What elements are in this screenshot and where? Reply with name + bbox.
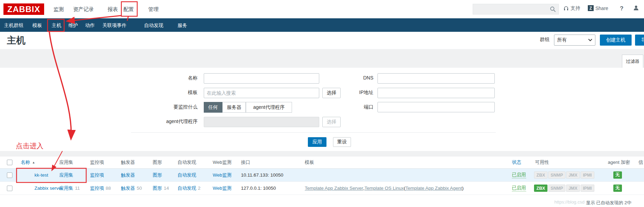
template-link[interactable]: Template App Zabbix Agent [405,186,462,191]
host-link[interactable]: kk-test [34,169,48,181]
page-band [0,49,644,68]
template-link[interactable]: Template App Zabbix Server [305,186,363,191]
jmx-badge: JMX [566,185,580,192]
row-checkbox[interactable] [7,186,12,191]
graphs-link[interactable]: 图形 [153,185,162,191]
col-agent-encryption: agent 加密 [608,157,630,168]
triggers-link[interactable]: 触发器 [121,172,135,178]
top-bar: ZABBIX 监测 资产记录 报表 配置 管理 支持 Z Share ? [0,0,644,18]
filter-template-label: 模板 [188,90,198,96]
search-icon[interactable] [550,6,559,12]
web-link[interactable]: Web监测 [213,185,232,191]
templates-list: Template App Zabbix Server, Template OS … [305,182,464,195]
applications-link[interactable]: 应用集 [59,185,73,191]
nav-maintenance[interactable]: 维护 [68,22,78,29]
nav-actions[interactable]: 动作 [85,22,95,29]
monitored-by-label: 要监控什么 [173,104,198,110]
chevron-down-icon [588,39,592,41]
col-availability: 可用性 [535,157,549,168]
filter-panel: 名称 模板 选择 要监控什么 任何 服务器 agent代理程序 agent代理程… [0,68,644,151]
filter-tab[interactable]: 过滤器 [622,55,643,68]
support-link[interactable]: 支持 [563,5,580,11]
blog-watermark: https://blog.csd [554,199,584,205]
nav-services[interactable]: 服务 [178,22,187,29]
filter-template-input[interactable] [204,88,319,98]
reset-button[interactable]: 重设 [333,137,351,147]
config-sub-nav: 主机群组 模板 主机 维护 动作 关联项事件 自动发现 服务 [0,18,644,32]
zabbix-hosts-page: ZABBIX 监测 资产记录 报表 配置 管理 支持 Z Share ? 主机 [0,0,644,207]
apply-button[interactable]: 应用 [308,137,326,147]
discovery-link[interactable]: 自动发现 [178,185,196,191]
col-name[interactable]: 名称 ▲ [21,157,35,168]
port-input[interactable] [378,102,495,112]
monitored-by-any[interactable]: 任何 [204,102,222,113]
col-status[interactable]: 状态 [512,157,521,168]
nav-event-correlation[interactable]: 关联项事件 [102,22,127,29]
web-link[interactable]: Web监测 [213,172,232,178]
search-input[interactable] [473,4,550,14]
template-select-button[interactable]: 选择 [322,88,341,98]
dns-input[interactable] [378,73,495,84]
table-row: Zabbix server 应用集11 监控项88 触发器50 图形14 自动发… [0,182,644,195]
zabbix-logo[interactable]: ZABBIX [3,3,44,15]
row-checkbox[interactable] [7,172,12,178]
host-link[interactable]: Zabbix server [34,182,63,195]
proxy-input [204,117,319,127]
triggers-link[interactable]: 触发器 [121,185,135,191]
nav-host-groups[interactable]: 主机群组 [4,22,23,29]
status-badge[interactable]: 已启用 [512,172,526,178]
dns-label: DNS [363,75,373,81]
group-filter-select[interactable]: 所有 [554,35,595,46]
status-badge[interactable]: 已启用 [512,185,526,191]
snmp-badge: SNMP [548,185,565,192]
select-all-checkbox[interactable] [7,160,12,165]
zbx-badge: ZBX [534,185,547,192]
col-applications: 应用集 [59,157,73,168]
filter-name-input[interactable] [204,73,319,84]
discovery-count: 2 [198,186,201,191]
discovery-link[interactable]: 自动发现 [178,172,196,178]
items-link[interactable]: 监控项 [90,172,104,178]
nav-templates[interactable]: 模板 [32,22,42,29]
port-label: 端口 [364,104,373,110]
interface-value: 127.0.0.1: 10050 [241,182,276,195]
filter-divider [131,132,496,133]
help-icon[interactable]: ? [620,5,623,12]
ip-input[interactable] [378,88,495,98]
monitored-by-server[interactable]: 服务器 [222,102,246,113]
ipmi-badge: IPMI [581,171,594,179]
monitored-by-proxy[interactable]: agent代理程序 [246,102,292,113]
col-interface: 接口 [241,157,250,168]
availability-badges: ZBX SNMP JMX IPMI [534,182,594,195]
col-graphs: 图形 [153,157,162,168]
group-filter-label: 群组 [540,37,550,43]
import-button[interactable]: 导入 [635,35,644,46]
col-triggers: 触发器 [121,157,135,168]
applications-link[interactable]: 应用集 [59,172,73,178]
share-link[interactable]: Z Share [588,5,608,11]
menu-configuration[interactable]: 配置 [123,6,134,13]
create-host-button[interactable]: 创建主机 [600,35,632,46]
nav-discovery[interactable]: 自动发现 [144,22,163,29]
nav-hosts[interactable]: 主机 [52,22,61,29]
zbx-badge: ZBX [534,171,547,179]
items-count: 88 [106,186,111,191]
template-link[interactable]: Template OS Linux [364,186,404,191]
jmx-badge: JMX [566,171,580,179]
items-link[interactable]: 监控项 [90,185,104,191]
col-web: Web监测 [213,157,232,168]
menu-reports[interactable]: 报表 [108,6,118,13]
ipmi-badge: IPMI [581,185,594,192]
page-title: 主机 [7,34,26,47]
col-templates: 模板 [305,157,314,168]
global-search[interactable] [473,4,559,15]
graphs-link[interactable]: 图形 [153,172,162,178]
sort-asc-icon: ▲ [32,161,35,164]
share-label: Share [595,6,608,11]
user-profile-icon[interactable] [633,5,639,11]
col-discovery: 自动发现 [178,157,196,168]
menu-administration[interactable]: 管理 [148,6,159,13]
menu-monitoring[interactable]: 监测 [53,6,64,13]
proxy-select-button: 选择 [322,117,341,127]
menu-inventory[interactable]: 资产记录 [73,6,94,13]
